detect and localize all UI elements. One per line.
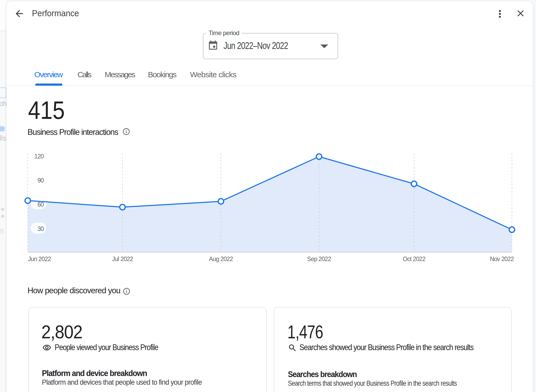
svg-text:Nov 2022: Nov 2022 (490, 256, 514, 262)
svg-text:Oct 2022: Oct 2022 (403, 256, 425, 262)
svg-text:Aug 2022: Aug 2022 (209, 256, 233, 262)
svg-text:Jul 2022: Jul 2022 (112, 256, 133, 262)
svg-text:90: 90 (37, 177, 44, 184)
svg-text:120: 120 (34, 153, 44, 160)
svg-text:Sep 2022: Sep 2022 (307, 256, 331, 262)
svg-text:Jun 2022: Jun 2022 (28, 256, 51, 262)
svg-text:30: 30 (37, 225, 44, 232)
